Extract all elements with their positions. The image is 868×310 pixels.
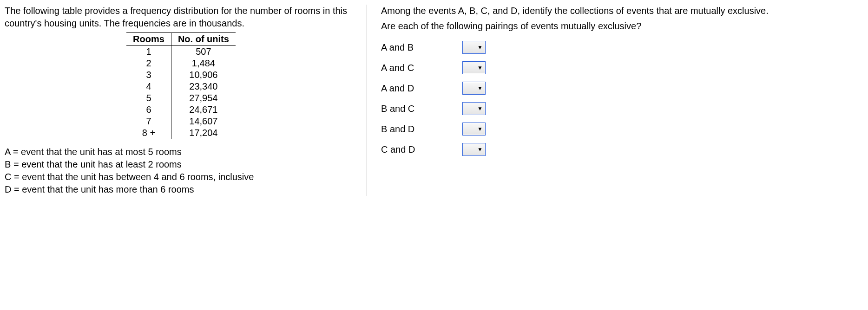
- dropdown-bc[interactable]: ▼: [462, 102, 486, 115]
- cell-units: 10,906: [171, 69, 235, 81]
- pair-row-cd: C and D ▼: [381, 143, 863, 156]
- cell-rooms: 1: [126, 46, 171, 58]
- chevron-down-icon: ▼: [477, 146, 483, 153]
- pair-label: C and D: [381, 144, 462, 155]
- chevron-down-icon: ▼: [477, 85, 483, 91]
- event-d-def: D = event that the unit has more than 6 …: [5, 183, 357, 196]
- dropdown-ac[interactable]: ▼: [462, 61, 486, 74]
- chevron-down-icon: ▼: [477, 44, 483, 51]
- pair-label: B and C: [381, 103, 462, 114]
- right-panel: Among the events A, B, C, and D, identif…: [367, 5, 863, 196]
- table-row: 6 24,671: [126, 104, 236, 116]
- pair-row-bc: B and C ▼: [381, 102, 863, 115]
- dropdown-ad[interactable]: ▼: [462, 82, 486, 95]
- pair-label: B and D: [381, 124, 462, 135]
- chevron-down-icon: ▼: [477, 126, 483, 132]
- event-b-def: B = event that the unit has at least 2 r…: [5, 158, 357, 171]
- question-text: Among the events A, B, C, and D, identif…: [381, 5, 863, 17]
- frequency-table: Rooms No. of units 1 507 2 1,484 3 10,90…: [126, 32, 236, 139]
- cell-rooms: 4: [126, 81, 171, 92]
- cell-rooms: 7: [126, 116, 171, 127]
- cell-units: 1,484: [171, 58, 235, 69]
- cell-units: 507: [171, 46, 235, 58]
- cell-rooms: 2: [126, 58, 171, 69]
- main-container: The following table provides a frequency…: [5, 5, 863, 196]
- table-row: 8 + 17,204: [126, 127, 236, 139]
- pair-row-ab: A and B ▼: [381, 41, 863, 54]
- chevron-down-icon: ▼: [477, 105, 483, 112]
- cell-rooms: 5: [126, 92, 171, 104]
- cell-units: 24,671: [171, 104, 235, 116]
- table-row: 4 23,340: [126, 81, 236, 92]
- header-units: No. of units: [171, 33, 235, 46]
- cell-units: 17,204: [171, 127, 235, 139]
- cell-units: 14,607: [171, 116, 235, 127]
- dropdown-ab[interactable]: ▼: [462, 41, 486, 54]
- event-a-def: A = event that the unit has at most 5 ro…: [5, 146, 357, 158]
- cell-rooms: 6: [126, 104, 171, 116]
- table-row: 7 14,607: [126, 116, 236, 127]
- pair-label: A and D: [381, 83, 462, 94]
- dropdown-cd[interactable]: ▼: [462, 143, 486, 156]
- table-row: 5 27,954: [126, 92, 236, 104]
- pair-row-ac: A and C ▼: [381, 61, 863, 74]
- pair-row-ad: A and D ▼: [381, 82, 863, 95]
- pair-label: A and C: [381, 63, 462, 73]
- sub-question-text: Are each of the following pairings of ev…: [381, 20, 863, 32]
- pair-label: A and B: [381, 42, 462, 53]
- cell-rooms: 3: [126, 69, 171, 81]
- table-row: 2 1,484: [126, 58, 236, 69]
- pair-row-bd: B and D ▼: [381, 123, 863, 136]
- cell-units: 23,340: [171, 81, 235, 92]
- cell-rooms: 8 +: [126, 127, 171, 139]
- left-panel: The following table provides a frequency…: [5, 5, 367, 196]
- cell-units: 27,954: [171, 92, 235, 104]
- dropdown-bd[interactable]: ▼: [462, 123, 486, 136]
- event-c-def: C = event that the unit has between 4 an…: [5, 171, 357, 183]
- table-row: 1 507: [126, 46, 236, 58]
- chevron-down-icon: ▼: [477, 65, 483, 71]
- header-rooms: Rooms: [126, 33, 171, 46]
- table-row: 3 10,906: [126, 69, 236, 81]
- events-definitions: A = event that the unit has at most 5 ro…: [5, 146, 357, 196]
- table-header-row: Rooms No. of units: [126, 33, 236, 46]
- intro-text: The following table provides a frequency…: [5, 5, 357, 30]
